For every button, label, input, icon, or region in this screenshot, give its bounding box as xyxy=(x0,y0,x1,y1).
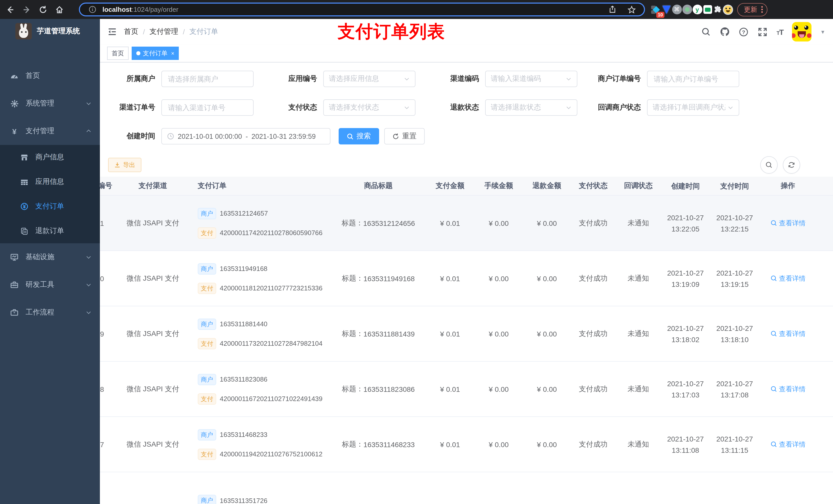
github-icon[interactable] xyxy=(720,27,730,37)
avatar-caret-icon[interactable]: ▼ xyxy=(820,29,825,34)
sidebar-item-devtool[interactable]: 研发工具 xyxy=(0,271,100,298)
sidebar-item-app-info[interactable]: 应用信息 xyxy=(0,170,100,194)
reload-icon[interactable] xyxy=(37,3,49,16)
table-row[interactable]: 119 微信 JSAPI 支付 商户1635311881440 支付420000… xyxy=(100,306,833,362)
row-amount: ¥ 0.01 xyxy=(426,274,474,283)
user-avatar[interactable] xyxy=(792,22,811,42)
back-icon[interactable] xyxy=(4,3,16,16)
yen-circle-icon xyxy=(21,202,28,210)
monitor-chart-icon xyxy=(10,253,19,261)
storefront-icon xyxy=(21,153,28,161)
extensions-puzzle-icon[interactable] xyxy=(713,4,723,15)
extension-diamond-icon[interactable]: 10 xyxy=(651,4,661,15)
col-amount: 支付金额 xyxy=(426,181,474,191)
view-detail-link[interactable]: 查看详情 xyxy=(759,329,817,338)
row-title: 标题：1635311881439 xyxy=(331,329,426,338)
row-fee: ¥ 0.00 xyxy=(474,385,523,393)
row-fee: ¥ 0.00 xyxy=(474,440,523,449)
sidebar-item-system[interactable]: 系统管理 xyxy=(0,90,100,117)
sidebar-item-merchant-info[interactable]: 商户信息 xyxy=(0,145,100,170)
chevron-down-icon xyxy=(86,282,92,288)
row-id: 117 xyxy=(100,440,113,449)
search-button[interactable]: 搜索 xyxy=(339,128,379,144)
breadcrumb-current: 支付订单 xyxy=(190,27,218,37)
merchant-filter-input[interactable] xyxy=(161,71,254,87)
logo[interactable]: 芋道管理系统 xyxy=(0,19,100,44)
tag-pay-order[interactable]: 支付订单 × xyxy=(132,47,179,60)
export-button[interactable]: 导出 xyxy=(108,158,141,172)
tag-close-icon[interactable]: × xyxy=(171,50,174,56)
app-filter-select[interactable]: 请选择应用信息 xyxy=(323,71,415,87)
browser-menu-icon[interactable] xyxy=(761,6,763,13)
merchant-order-no-filter-input[interactable] xyxy=(647,71,739,87)
table-header: 编号 支付渠道 支付订单 商品标题 支付金额 手续金额 退款金额 支付状态 回调… xyxy=(100,177,833,196)
row-pay-order: 商户1635311949168 支付4200001181202110277723… xyxy=(193,263,331,294)
sidebar-fold-icon[interactable] xyxy=(108,27,117,37)
extension-record-icon[interactable] xyxy=(682,4,692,15)
view-detail-link[interactable]: 查看详情 xyxy=(759,218,817,228)
page-title: 支付订单列表 xyxy=(338,20,445,44)
channel-code-filter-select[interactable]: 请输入渠道编码 xyxy=(485,71,577,87)
row-notify-status: 未通知 xyxy=(616,274,661,283)
pay-tag: 支付 xyxy=(198,338,216,349)
svg-text:?: ? xyxy=(742,29,745,35)
row-create-time: 2021-10-2713:11:08 xyxy=(661,433,710,456)
info-icon[interactable] xyxy=(86,3,98,16)
row-pay-status: 支付成功 xyxy=(571,440,616,449)
browser-update-button[interactable]: 更新 xyxy=(737,3,767,16)
view-detail-link[interactable]: 查看详情 xyxy=(759,440,817,449)
breadcrumb-home[interactable]: 首页 xyxy=(124,27,138,37)
view-detail-link[interactable]: 查看详情 xyxy=(759,384,817,393)
row-pay-order: 商户1635312124657 支付4200001174202110278060… xyxy=(193,208,331,238)
refresh-table-button[interactable] xyxy=(783,156,800,174)
sidebar-item-pay[interactable]: ¥ 支付管理 xyxy=(0,117,100,145)
sidebar-item-home[interactable]: 首页 xyxy=(0,62,100,90)
table-row[interactable]: 118 微信 JSAPI 支付 商户1635311823086 支付420000… xyxy=(100,362,833,417)
header-search-icon[interactable] xyxy=(701,27,711,37)
sidebar-item-infra[interactable]: 基础设施 xyxy=(0,243,100,271)
breadcrumb-pay[interactable]: 支付管理 xyxy=(149,27,178,37)
share-icon[interactable] xyxy=(606,3,618,16)
fullscreen-icon[interactable] xyxy=(758,27,768,37)
notify-status-filter-label: 回调商户状态 xyxy=(586,103,647,112)
tag-home[interactable]: 首页 xyxy=(107,47,128,60)
table-row[interactable]: 120 微信 JSAPI 支付 商户1635311949168 支付420000… xyxy=(100,251,833,306)
row-pay-order: 商户1635311823086 支付4200001167202110271022… xyxy=(193,374,331,404)
update-label: 更新 xyxy=(744,5,757,14)
create-time-range-input[interactable]: 2021-10-01 00:00:00 - 2021-10-31 23:59:5… xyxy=(161,128,330,144)
home-icon[interactable] xyxy=(53,3,66,16)
forward-icon[interactable] xyxy=(21,3,33,16)
extension-y-icon[interactable]: y xyxy=(692,4,703,15)
app-filter-label: 应用编号 xyxy=(262,74,323,83)
refund-status-filter-label: 退款状态 xyxy=(424,103,485,112)
sidebar-item-workflow[interactable]: 工作流程 xyxy=(0,298,100,326)
row-create-time: 2021-10-2713:22:05 xyxy=(661,212,710,234)
extension-kite-icon[interactable] xyxy=(661,4,672,15)
view-detail-link[interactable]: 查看详情 xyxy=(759,274,817,283)
extension-chat-icon[interactable] xyxy=(703,4,713,15)
row-channel: 微信 JSAPI 支付 xyxy=(113,274,193,283)
pay-tag: 支付 xyxy=(198,227,216,238)
font-size-icon[interactable]: TT xyxy=(777,27,784,36)
table-row[interactable]: 121 微信 JSAPI 支付 商户1635312124657 支付420000… xyxy=(100,196,833,251)
table-toolbar: 导出 xyxy=(100,157,833,173)
channel-order-no-filter-input[interactable] xyxy=(161,99,254,116)
table-row[interactable]: 117 微信 JSAPI 支付 商户1635311468233 支付420000… xyxy=(100,417,833,472)
address-bar[interactable]: localhost:1024/pay/order xyxy=(79,3,645,16)
pay-status-filter-select[interactable]: 请选择支付状态 xyxy=(323,99,415,116)
chevron-down-icon xyxy=(86,100,92,106)
extension-command-icon[interactable]: ⌘ xyxy=(672,4,682,15)
table-row-partial[interactable]: 商户1635311351726 xyxy=(100,472,833,504)
profile-avatar-icon[interactable] xyxy=(723,4,733,15)
notify-status-filter-select[interactable]: 请选择订单回调商户状态 xyxy=(647,99,739,116)
show-search-toggle-button[interactable] xyxy=(760,156,778,174)
help-icon[interactable]: ? xyxy=(739,27,749,37)
bookmark-star-icon[interactable] xyxy=(625,3,638,16)
sidebar-item-refund-order[interactable]: 退款订单 xyxy=(0,219,100,243)
row-id: 119 xyxy=(100,330,113,338)
sidebar-item-pay-order[interactable]: 支付订单 xyxy=(0,194,100,219)
content: 所属商户 应用编号 请选择应用信息 xyxy=(100,63,833,504)
refund-status-filter-select[interactable]: 请选择退款状态 xyxy=(485,99,577,116)
reset-button[interactable]: 重置 xyxy=(384,128,425,144)
row-notify-status: 未通知 xyxy=(616,384,661,393)
